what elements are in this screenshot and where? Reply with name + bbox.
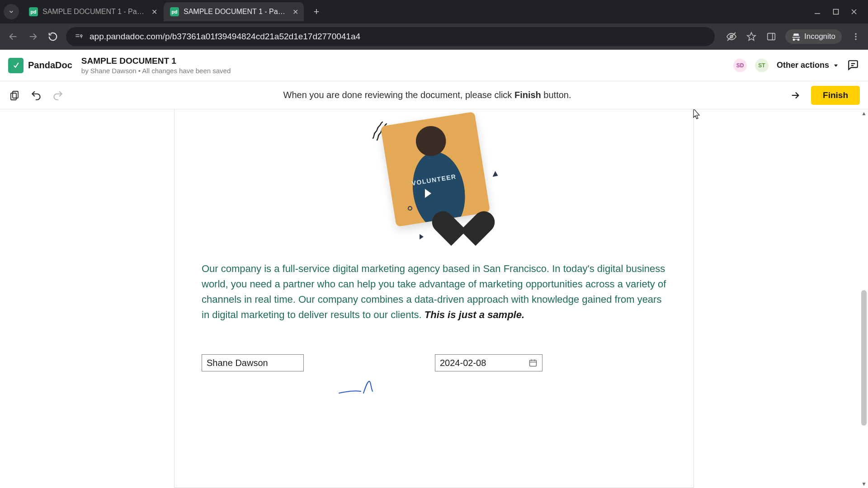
- back-button[interactable]: [6, 30, 20, 43]
- small-triangle-icon: [493, 171, 500, 179]
- play-triangle-icon: [425, 189, 431, 198]
- tab-strip: pd SAMPLE DOCUMENT 1 - Panda ✕ pd SAMPLE…: [0, 0, 868, 23]
- chevron-down-icon: [8, 9, 14, 15]
- document-body: Our company is a full-service digital ma…: [202, 261, 666, 323]
- tab-search-caret[interactable]: [4, 4, 19, 19]
- signature-mark: [337, 378, 401, 398]
- svg-rect-21: [13, 91, 18, 98]
- svg-marker-12: [747, 33, 755, 40]
- close-window-button[interactable]: [851, 8, 857, 15]
- small-circle-icon: [408, 206, 412, 211]
- url-field[interactable]: app.pandadoc.com/p/b37361a01f39494824cd2…: [66, 27, 715, 46]
- site-info-icon[interactable]: [73, 31, 84, 42]
- svg-marker-18: [834, 64, 838, 66]
- brand[interactable]: PandaDoc: [8, 58, 72, 73]
- svg-rect-24: [530, 361, 537, 366]
- caret-down-icon: [833, 62, 839, 69]
- scroll-up-button[interactable]: ▲: [860, 109, 868, 117]
- svg-rect-13: [768, 33, 775, 40]
- close-icon[interactable]: ✕: [291, 8, 299, 16]
- hero-illustration: VOLUNTEER: [366, 112, 502, 239]
- svg-point-17: [855, 38, 856, 40]
- document-meta: SAMPLE DOCUMENT 1 by Shane Dawson • All …: [81, 56, 231, 75]
- scroll-down-button[interactable]: ▼: [860, 480, 868, 488]
- side-panel-icon[interactable]: [765, 31, 777, 42]
- svg-point-15: [855, 33, 856, 35]
- forward-button[interactable]: [26, 30, 40, 43]
- date-field-value: 2024-02-08: [440, 358, 486, 368]
- arrow-right-icon: [790, 90, 800, 100]
- avatar-sd[interactable]: SD: [733, 59, 747, 72]
- browser-tab-0[interactable]: pd SAMPLE DOCUMENT 1 - Panda ✕: [23, 2, 163, 21]
- bookmark-star-icon[interactable]: [745, 31, 757, 42]
- small-triangle-icon-2: [420, 234, 424, 239]
- redo-button[interactable]: [52, 89, 64, 102]
- hero-illustration-wrap: VOLUNTEER: [202, 109, 666, 239]
- svg-point-8: [80, 35, 82, 37]
- name-field-value: Shane Dawson: [207, 358, 268, 368]
- address-bar: app.pandadoc.com/p/b37361a01f39494824cd2…: [0, 23, 868, 50]
- other-actions-menu[interactable]: Other actions: [777, 61, 839, 70]
- body-sample-emphasis: This is just a sample.: [425, 309, 524, 320]
- other-actions-label: Other actions: [777, 61, 829, 70]
- window-controls: [814, 8, 864, 15]
- app-header: PandaDoc SAMPLE DOCUMENT 1 by Shane Daws…: [0, 50, 868, 81]
- url-text: app.pandadoc.com/p/b37361a01f39494824cd2…: [90, 32, 360, 42]
- finish-button[interactable]: Finish: [811, 86, 860, 105]
- avatar-st[interactable]: ST: [755, 59, 769, 72]
- kebab-menu-icon[interactable]: [850, 31, 862, 42]
- review-message: When you are done reviewing the document…: [72, 90, 782, 100]
- svg-point-16: [855, 36, 856, 37]
- eye-off-icon[interactable]: [726, 31, 737, 42]
- browser-tab-1[interactable]: pd SAMPLE DOCUMENT 1 - Panda ✕: [164, 2, 304, 21]
- reload-button[interactable]: [46, 30, 60, 43]
- vertical-scrollbar[interactable]: ▲ ▼: [860, 109, 868, 488]
- incognito-indicator[interactable]: Incognito: [785, 29, 842, 44]
- name-field[interactable]: Shane Dawson: [202, 354, 304, 371]
- svg-rect-1: [834, 9, 839, 14]
- brand-logo: [8, 58, 24, 73]
- favicon-pandadoc: pd: [170, 7, 179, 16]
- scrollbar-thumb[interactable]: [861, 290, 867, 426]
- document-title: SAMPLE DOCUMENT 1: [81, 56, 231, 66]
- date-field[interactable]: 2024-02-08: [435, 354, 542, 371]
- minimize-button[interactable]: [814, 8, 821, 15]
- heart-icon: [443, 197, 484, 235]
- maximize-button[interactable]: [833, 8, 839, 15]
- copy-document-button[interactable]: [8, 89, 21, 102]
- signature-fields-row: Shane Dawson 2024-02-08: [202, 354, 666, 371]
- document-page: VOLUNTEER Our company is a full-service …: [174, 109, 694, 488]
- document-canvas: VOLUNTEER Our company is a full-service …: [0, 109, 868, 488]
- address-actions: Incognito: [721, 29, 862, 44]
- brand-name: PandaDoc: [28, 60, 72, 70]
- close-icon[interactable]: ✕: [150, 8, 158, 16]
- incognito-icon: [792, 32, 801, 41]
- new-tab-button[interactable]: +: [308, 4, 325, 20]
- undo-button[interactable]: [30, 89, 42, 102]
- tab-title: SAMPLE DOCUMENT 1 - Panda: [42, 8, 146, 16]
- comments-button[interactable]: [847, 59, 860, 72]
- browser-chrome: pd SAMPLE DOCUMENT 1 - Panda ✕ pd SAMPLE…: [0, 0, 868, 50]
- tab-title: SAMPLE DOCUMENT 1 - Panda: [184, 8, 287, 16]
- review-bar: When you are done reviewing the document…: [0, 81, 868, 109]
- document-subtitle: by Shane Dawson • All changes have been …: [81, 67, 231, 75]
- svg-rect-22: [11, 93, 16, 100]
- calendar-icon: [528, 358, 538, 367]
- favicon-pandadoc: pd: [29, 7, 38, 16]
- incognito-label: Incognito: [804, 32, 835, 41]
